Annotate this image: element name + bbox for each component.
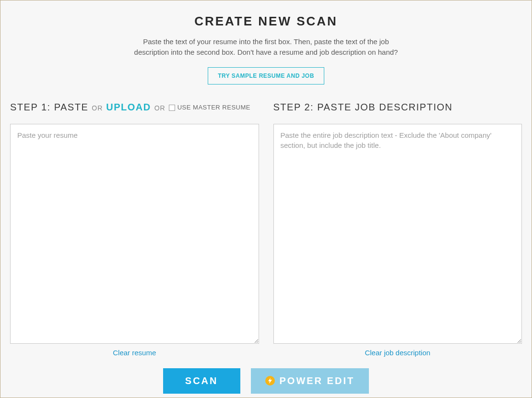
job-description-column: STEP 2: PASTE JOB DESCRIPTION Clear job … — [273, 102, 522, 357]
try-sample-button[interactable]: TRY SAMPLE RESUME AND JOB — [208, 67, 324, 84]
step1-or-2: OR — [154, 104, 166, 112]
action-buttons-row: SCAN POWER EDIT — [10, 368, 522, 394]
header-section: CREATE NEW SCAN Paste the text of your r… — [10, 14, 522, 84]
master-resume-label: USE MASTER RESUME — [177, 104, 250, 111]
resume-textarea[interactable] — [10, 124, 259, 344]
resume-column: STEP 1: PASTE OR UPLOAD OR USE MASTER RE… — [10, 102, 259, 357]
step1-label: STEP 1: PASTE — [10, 102, 88, 113]
job-description-textarea[interactable] — [273, 124, 522, 344]
step1-or-1: OR — [92, 104, 103, 112]
columns-wrapper: STEP 1: PASTE OR UPLOAD OR USE MASTER RE… — [10, 102, 522, 357]
master-resume-checkbox[interactable] — [169, 105, 175, 111]
bolt-icon — [265, 376, 275, 386]
scan-button[interactable]: SCAN — [163, 368, 240, 394]
scan-form-container: CREATE NEW SCAN Paste the text of your r… — [0, 0, 532, 398]
instructions-text: Paste the text of your resume into the f… — [132, 36, 401, 58]
step2-label: STEP 2: PASTE JOB DESCRIPTION — [273, 102, 453, 113]
power-edit-button[interactable]: POWER EDIT — [251, 368, 369, 394]
upload-link[interactable]: UPLOAD — [106, 102, 151, 113]
step1-header: STEP 1: PASTE OR UPLOAD OR USE MASTER RE… — [10, 102, 259, 115]
clear-job-description-link[interactable]: Clear job description — [273, 349, 522, 357]
power-edit-label: POWER EDIT — [280, 375, 355, 386]
step2-header: STEP 2: PASTE JOB DESCRIPTION — [273, 102, 522, 115]
clear-resume-link[interactable]: Clear resume — [10, 349, 259, 357]
master-resume-option[interactable]: USE MASTER RESUME — [169, 104, 250, 111]
page-title: CREATE NEW SCAN — [10, 14, 522, 29]
